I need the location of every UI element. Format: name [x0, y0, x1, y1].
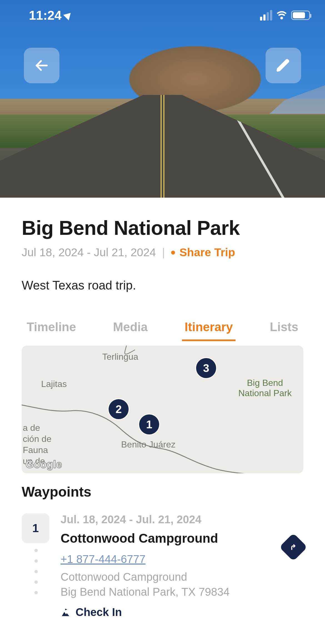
battery-icon	[291, 11, 310, 20]
trip-tabs: Timeline Media Itinerary Lists	[22, 320, 303, 341]
divider: |	[162, 246, 165, 259]
map-label-lajitas: Lajitas	[41, 379, 67, 389]
itinerary-map[interactable]: Terlingua Lajitas Big Bend National Park…	[22, 346, 303, 473]
wifi-icon	[276, 11, 287, 19]
share-status-dot	[171, 251, 175, 255]
waypoint-name: Cottonwood Campground	[61, 531, 303, 546]
status-time: 11:24	[29, 8, 62, 23]
back-button[interactable]	[24, 48, 59, 83]
cell-signal-icon	[260, 10, 272, 21]
status-bar: 11:24	[0, 0, 325, 31]
turn-right-icon	[289, 542, 298, 552]
map-pin-1[interactable]: 1	[138, 414, 160, 435]
tab-timeline[interactable]: Timeline	[27, 320, 76, 341]
waypoint-item[interactable]: 1 Jul. 18, 2024 - Jul. 21, 2024 Cottonwo…	[22, 513, 303, 618]
map-label-terlingua: Terlingua	[102, 352, 138, 362]
trip-date-range: Jul 18, 2024 - Jul 21, 2024	[22, 246, 156, 259]
location-services-icon	[63, 10, 73, 21]
trip-title: Big Bend National Park	[22, 217, 303, 239]
edit-button[interactable]	[266, 48, 301, 83]
waypoint-index-badge: 1	[22, 513, 49, 543]
share-trip-link[interactable]: Share Trip	[179, 246, 235, 259]
waypoint-phone-link[interactable]: +1 877-444-6777	[61, 553, 146, 565]
map-border-line	[22, 346, 303, 473]
tab-media[interactable]: Media	[113, 320, 148, 341]
pencil-icon	[276, 58, 291, 73]
check-in-button[interactable]: Check In	[61, 606, 303, 618]
arrow-left-icon	[34, 58, 49, 73]
tab-itinerary[interactable]: Itinerary	[185, 320, 233, 341]
map-label-benito: Benito Juárez	[121, 439, 176, 450]
map-pin-3[interactable]: 3	[195, 357, 217, 379]
trip-hero-image: 11:24	[0, 0, 325, 198]
waypoints-heading: Waypoints	[22, 484, 303, 500]
google-attribution: Google	[26, 459, 62, 471]
waypoint-connector-dots	[34, 549, 37, 635]
flag-mountain-icon	[61, 607, 71, 617]
trip-content: Big Bend National Park Jul 18, 2024 - Ju…	[0, 198, 325, 644]
trip-description: West Texas road trip.	[22, 278, 303, 292]
tab-lists[interactable]: Lists	[270, 320, 298, 341]
map-pin-2[interactable]: 2	[108, 398, 129, 420]
waypoint-dates: Jul. 18, 2024 - Jul. 21, 2024	[61, 513, 303, 526]
waypoint-address: Cottonwood Campground Big Bend National …	[61, 569, 303, 599]
map-label-bbnp: Big Bend National Park	[238, 378, 292, 398]
